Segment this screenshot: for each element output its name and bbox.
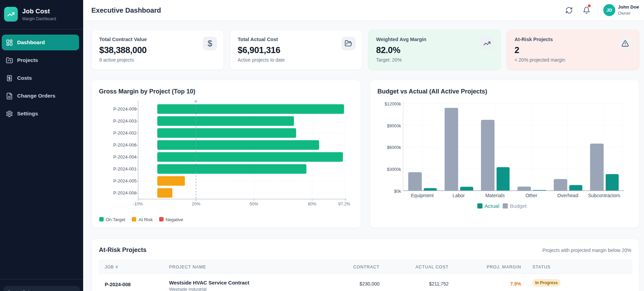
- svg-text:$9000k: $9000k: [387, 124, 401, 128]
- svg-text:P-2024-003: P-2024-003: [113, 118, 137, 124]
- svg-text:80%: 80%: [308, 202, 316, 206]
- svg-text:Equipment: Equipment: [411, 193, 434, 198]
- svg-text:P-2024-001: P-2024-001: [113, 166, 137, 172]
- svg-text:$3000k: $3000k: [387, 167, 401, 172]
- svg-text:-10%: -10%: [133, 202, 143, 206]
- svg-text:$12000k: $12000k: [385, 102, 401, 106]
- svg-text:20%: 20%: [192, 202, 200, 206]
- svg-text:97.2%: 97.2%: [338, 202, 350, 206]
- svg-text:Subcontractors: Subcontractors: [588, 193, 620, 198]
- svg-text:Labor: Labor: [452, 193, 465, 198]
- svg-text:P-2024-002: P-2024-002: [113, 130, 137, 136]
- svg-text:On Target: On Target: [106, 217, 125, 222]
- svg-text:At Risk: At Risk: [139, 217, 153, 222]
- svg-text:P-2024-004: P-2024-004: [113, 154, 137, 160]
- svg-text:Other: Other: [525, 193, 537, 198]
- svg-text:P-2024-008: P-2024-008: [113, 190, 137, 195]
- svg-text:Budget: Budget: [510, 203, 527, 209]
- svg-text:Materials: Materials: [485, 193, 505, 198]
- svg-text:$6000k: $6000k: [387, 145, 401, 150]
- svg-text:50%: 50%: [249, 202, 258, 206]
- svg-text:Negative: Negative: [166, 217, 183, 222]
- svg-text:P-2024-006: P-2024-006: [113, 142, 137, 148]
- svg-text:P-2024-009: P-2024-009: [113, 106, 137, 112]
- svg-text:$0k: $0k: [394, 189, 401, 194]
- svg-text:Overhead: Overhead: [557, 193, 578, 198]
- svg-text:Actual: Actual: [485, 203, 499, 209]
- svg-text:P-2024-005: P-2024-005: [113, 178, 137, 184]
